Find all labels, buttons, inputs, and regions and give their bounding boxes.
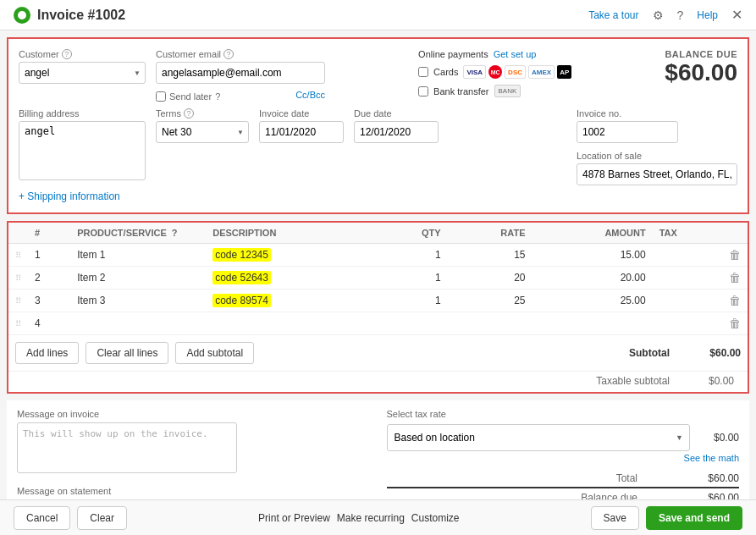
invoice-no-input[interactable] xyxy=(577,121,678,143)
row-delete: 🗑 xyxy=(722,267,748,290)
table-header-row: # PRODUCT/SERVICE ? DESCRIPTION QTY RATE… xyxy=(8,223,748,244)
delete-row-button[interactable]: 🗑 xyxy=(729,294,741,307)
save-and-send-button[interactable]: Save and send xyxy=(646,506,742,530)
message-invoice-label: Message on invoice xyxy=(17,409,370,419)
message-invoice-textarea[interactable]: This will show up on the invoice. xyxy=(17,422,237,473)
card-icons: VISA MC DSC AMEX AP xyxy=(463,65,571,79)
form-row-1: Customer ? angel Customer email ? xyxy=(19,49,737,102)
terms-select[interactable]: Net 30 xyxy=(156,121,249,143)
drag-handle[interactable]: ⠿ xyxy=(15,296,21,306)
invoice-date-input[interactable] xyxy=(259,121,344,143)
cards-checkbox[interactable] xyxy=(418,67,428,77)
row-num: 3 xyxy=(28,290,70,312)
terms-info-icon[interactable]: ? xyxy=(184,108,194,119)
terms-group: Terms ? Net 30 xyxy=(156,108,249,143)
customize-button[interactable]: Customize xyxy=(411,512,460,524)
row-num: 2 xyxy=(28,267,70,290)
add-lines-button[interactable]: Add lines xyxy=(15,342,79,364)
take-a-tour-link[interactable]: Take a tour xyxy=(588,9,638,21)
customer-info-icon[interactable]: ? xyxy=(62,49,72,59)
cancel-button[interactable]: Cancel xyxy=(14,506,70,530)
header-left: Invoice #1002 xyxy=(14,7,125,24)
drag-handle[interactable]: ⠿ xyxy=(15,273,21,283)
bottom-section: Message on invoice This will show up on … xyxy=(7,400,749,499)
balance-due-total-label: Balance due xyxy=(581,492,637,499)
send-later-checkbox[interactable] xyxy=(156,91,166,102)
subtotal-value: $60.00 xyxy=(690,347,741,359)
row-amount: 20.00 xyxy=(532,267,652,290)
billing-address-group: Billing address angel xyxy=(19,108,146,180)
product-info-icon[interactable]: ? xyxy=(172,228,178,238)
tax-totals-section: Select tax rate Based on location ▼ $0.0… xyxy=(387,409,740,499)
col-delete xyxy=(722,223,748,244)
send-later-info-icon[interactable]: ? xyxy=(215,91,220,102)
row-tax xyxy=(653,267,722,290)
cc-bcc-link[interactable]: Cc/Bcc xyxy=(295,90,325,100)
bank-transfer-option: Bank transfer BANK xyxy=(418,85,571,97)
bank-transfer-checkbox[interactable] xyxy=(418,86,428,97)
customer-select-wrapper: angel xyxy=(19,62,146,84)
drag-handle[interactable]: ⠿ xyxy=(15,319,21,328)
delete-row-button[interactable]: 🗑 xyxy=(729,317,741,330)
help-icon[interactable]: ? xyxy=(677,8,684,22)
taxable-label: Taxable subtotal xyxy=(596,375,670,387)
save-button[interactable]: Save xyxy=(591,506,639,530)
row-tax xyxy=(653,312,722,335)
row-amount xyxy=(532,312,652,335)
row-description: code 12345 xyxy=(206,244,375,267)
make-recurring-button[interactable]: Make recurring xyxy=(337,512,405,524)
row-qty xyxy=(375,312,447,335)
row-product: Item 3 xyxy=(70,290,206,312)
row-delete: 🗑 xyxy=(722,312,748,335)
customer-select[interactable]: angel xyxy=(19,62,146,84)
col-description: DESCRIPTION xyxy=(206,223,375,244)
add-subtotal-button[interactable]: Add subtotal xyxy=(175,342,254,364)
help-label[interactable]: Help xyxy=(697,9,718,21)
terms-select-wrapper: Net 30 xyxy=(156,121,249,143)
gear-icon[interactable]: ⚙ xyxy=(653,8,664,22)
delete-row-button[interactable]: 🗑 xyxy=(729,271,741,284)
due-date-input[interactable] xyxy=(354,121,439,143)
print-preview-button[interactable]: Print or Preview xyxy=(258,512,330,524)
table-row: ⠿ 2 Item 2 code 52643 1 20 20.00 🗑 xyxy=(8,267,748,290)
location-sale-input[interactable] xyxy=(577,163,737,185)
close-icon[interactable]: ✕ xyxy=(731,7,742,23)
row-rate: 15 xyxy=(448,244,533,267)
row-product: Item 2 xyxy=(70,267,206,290)
email-input[interactable] xyxy=(156,62,325,84)
row-description: code 89574 xyxy=(206,290,375,312)
row-qty: 1 xyxy=(375,290,447,312)
shipping-link[interactable]: + Shipping information xyxy=(19,190,120,202)
page-title: Invoice #1002 xyxy=(37,8,125,23)
row-delete: 🗑 xyxy=(722,290,748,312)
row-rate xyxy=(448,312,533,335)
customer-label: Customer ? xyxy=(19,49,146,59)
footer-left: Cancel Clear xyxy=(14,506,127,530)
clear-button[interactable]: Clear xyxy=(77,506,127,530)
col-drag xyxy=(8,223,28,244)
delete-row-button[interactable]: 🗑 xyxy=(729,248,741,262)
online-payments-header: Online payments Get set up xyxy=(418,49,571,59)
amex-icon: AMEX xyxy=(528,65,555,79)
clear-all-lines-button[interactable]: Clear all lines xyxy=(86,342,168,364)
tax-row: Based on location ▼ $0.00 xyxy=(387,424,740,451)
message-statement-label: Message on statement xyxy=(17,486,370,496)
col-amount: AMOUNT xyxy=(532,223,652,244)
get-set-up-link[interactable]: Get set up xyxy=(494,49,537,59)
row-rate: 20 xyxy=(448,267,533,290)
tax-rate-select[interactable]: Based on location xyxy=(387,424,691,451)
row-description: code 52643 xyxy=(206,267,375,290)
see-math-link[interactable]: See the math xyxy=(387,453,740,463)
mastercard-icon: MC xyxy=(488,65,502,79)
email-info-icon[interactable]: ? xyxy=(223,49,234,59)
invoice-no-location-group: Invoice no. Location of sale xyxy=(577,108,737,185)
billing-address-input[interactable]: angel xyxy=(19,121,146,180)
bottom-inner: Message on invoice This will show up on … xyxy=(17,409,739,499)
col-tax: TAX xyxy=(653,223,722,244)
footer-right: Save Save and send xyxy=(591,506,742,530)
drag-handle[interactable]: ⠿ xyxy=(15,251,21,260)
total-value: $60.00 xyxy=(671,472,739,484)
applepay-icon: AP xyxy=(557,65,571,79)
total-label: Total xyxy=(616,472,637,484)
location-label: Location of sale xyxy=(577,151,737,161)
